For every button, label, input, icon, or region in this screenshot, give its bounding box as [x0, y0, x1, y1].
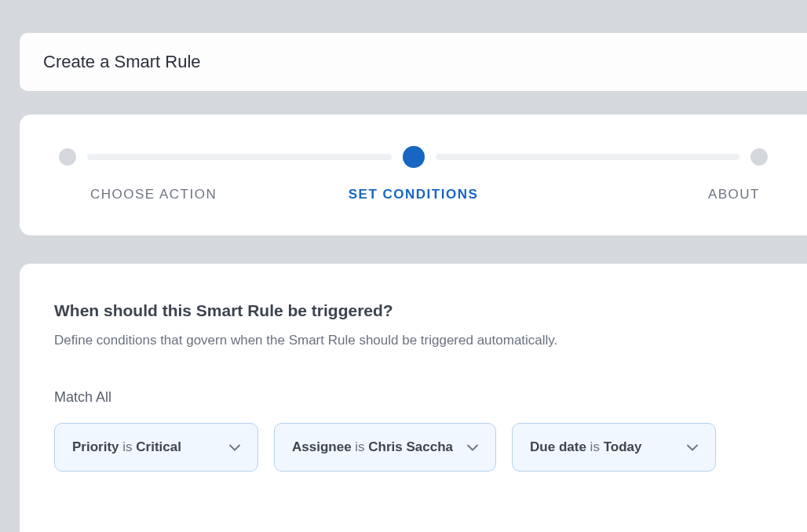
step-label-choose-action[interactable]: CHOOSE ACTION: [59, 187, 294, 202]
stepper-labels: CHOOSE ACTION SET CONDITIONS ABOUT: [59, 187, 768, 202]
condition-value: Today: [604, 439, 642, 454]
page-title: Create a Smart Rule: [43, 52, 783, 72]
stepper-track: [59, 146, 768, 168]
stepper-card: CHOOSE ACTION SET CONDITIONS ABOUT: [20, 115, 807, 235]
step-dot-set-conditions[interactable]: [403, 146, 425, 168]
match-mode-label: Match All: [54, 389, 772, 406]
conditions-subtitle: Define conditions that govern when the S…: [54, 333, 772, 348]
conditions-title: When should this Smart Rule be triggered…: [54, 301, 772, 320]
chevron-down-icon: [687, 444, 698, 451]
step-label-about[interactable]: ABOUT: [532, 187, 768, 202]
step-connector: [87, 154, 392, 160]
step-dot-about[interactable]: [750, 148, 768, 166]
condition-text: Due date is Today: [530, 439, 641, 455]
step-dot-choose-action[interactable]: [59, 148, 76, 166]
condition-text: Assignee is Chris Saccha: [292, 439, 453, 455]
condition-operator: is: [355, 439, 368, 454]
condition-pill-due-date[interactable]: Due date is Today: [512, 423, 716, 472]
condition-pill-priority[interactable]: Priority is Critical: [54, 423, 258, 472]
chevron-down-icon: [229, 444, 240, 451]
chevron-down-icon: [467, 444, 478, 451]
condition-value: Critical: [136, 439, 181, 454]
condition-value: Chris Saccha: [368, 439, 453, 454]
page-container: Create a Smart Rule CHOOSE ACTION SET CO…: [0, 0, 807, 532]
condition-text: Priority is Critical: [72, 439, 181, 455]
header-card: Create a Smart Rule: [20, 33, 807, 91]
condition-field: Due date: [530, 439, 586, 454]
conditions-row: Priority is Critical Assignee is Chris S…: [54, 423, 772, 472]
step-label-set-conditions[interactable]: SET CONDITIONS: [296, 187, 531, 202]
conditions-card: When should this Smart Rule be triggered…: [20, 264, 807, 532]
condition-field: Priority: [72, 439, 119, 454]
step-connector: [436, 154, 740, 160]
condition-field: Assignee: [292, 439, 352, 454]
condition-operator: is: [122, 439, 136, 454]
condition-operator: is: [590, 439, 604, 454]
condition-pill-assignee[interactable]: Assignee is Chris Saccha: [274, 423, 496, 472]
